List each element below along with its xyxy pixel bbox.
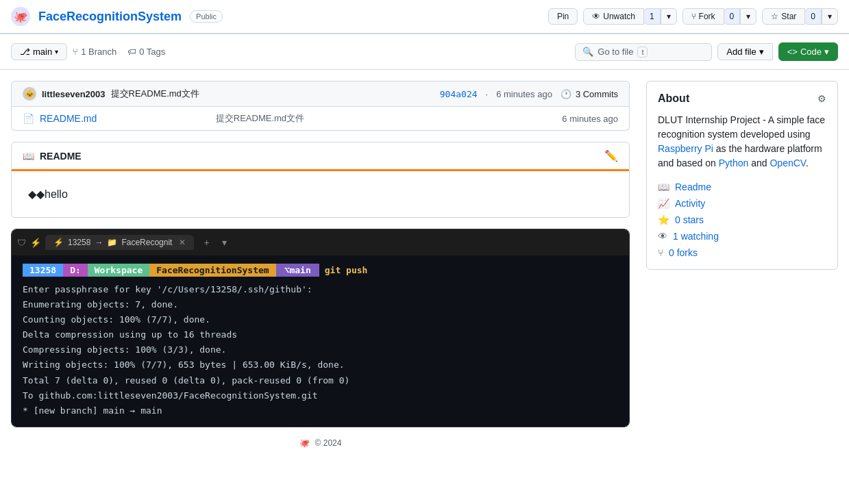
- stars-link[interactable]: ⭐ 0 stars: [658, 214, 826, 225]
- activity-link-label: Activity: [675, 198, 705, 209]
- terminal-shield-icon: 🛡: [17, 238, 26, 248]
- fork-split[interactable]: ▾: [740, 8, 756, 25]
- eye-icon: 👁: [592, 12, 600, 21]
- about-header: About ⚙: [658, 92, 826, 105]
- forks-link[interactable]: ⑂ 0 forks: [658, 247, 826, 258]
- forks-icon: ⑂: [658, 247, 663, 258]
- file-row: 📄 README.md 提交README.md文件 6 minutes ago: [12, 107, 629, 130]
- output-line-0: Enter passphrase for key '/c/Users/13258…: [23, 282, 618, 297]
- readme-section: 📖 README ✏️ ◆◆hello: [11, 142, 630, 218]
- terminal-body: 13258 D: Workspace FaceRecognitionSystem…: [12, 255, 629, 427]
- about-section: About ⚙ DLUT Internship Project - A simp…: [646, 81, 838, 270]
- commit-bar: 🐱 littleseven2003 提交README.md文件 904a024 …: [11, 81, 630, 107]
- star-count[interactable]: 0: [804, 8, 822, 25]
- terminal-folder-name: FaceRecognit: [121, 238, 172, 247]
- output-line-6: Total 7 (delta 0), reused 0 (delta 0), p…: [23, 373, 618, 388]
- unwatch-split[interactable]: ▾: [661, 8, 677, 25]
- chevron-down-icon: ▾: [824, 47, 829, 57]
- commits-link[interactable]: 🕐 3 Commits: [561, 89, 618, 99]
- search-shortcut: t: [637, 47, 648, 58]
- terminal-output: Enter passphrase for key '/c/Users/13258…: [23, 282, 618, 418]
- unwatch-group: 👁 Unwatch 1 ▾: [583, 8, 676, 25]
- add-file-group: Add file ▾: [717, 43, 772, 60]
- add-file-button[interactable]: Add file ▾: [717, 43, 772, 60]
- sidebar: About ⚙ DLUT Internship Project - A simp…: [646, 81, 838, 270]
- tags-link[interactable]: 🏷 0 Tags: [127, 47, 165, 57]
- star-icon: ☆: [771, 12, 778, 21]
- stars-count: 0 stars: [675, 214, 704, 225]
- book-icon: 📖: [23, 151, 34, 162]
- terminal-close-icon[interactable]: ✕: [179, 238, 186, 247]
- readme-link[interactable]: 📖 Readme: [658, 181, 826, 192]
- output-line-1: Enumerating objects: 7, done.: [23, 297, 618, 312]
- output-line-8: * [new branch] main → main: [23, 403, 618, 418]
- watching-count: 1 watching: [673, 231, 719, 242]
- file-list: 📄 README.md 提交README.md文件 6 minutes ago: [11, 107, 630, 131]
- pin-button[interactable]: Pin: [548, 8, 578, 25]
- file-time: 6 minutes ago: [562, 114, 618, 124]
- fork-group: ⑂ Fork 0 ▾: [682, 8, 757, 25]
- visibility-badge: Public: [190, 10, 223, 23]
- tag-icon: 🏷: [127, 47, 136, 57]
- unwatch-button[interactable]: 👁 Unwatch: [583, 8, 644, 25]
- branch-selector[interactable]: ⎇ main ▾: [11, 43, 67, 60]
- search-icon: 🔍: [582, 47, 593, 57]
- prompt-number: 13258: [23, 264, 63, 277]
- forks-count: 0 forks: [669, 247, 698, 258]
- repo-name[interactable]: FaceRecognitionSystem: [38, 10, 182, 24]
- branches-link[interactable]: ⑂ 1 Branch: [73, 47, 116, 57]
- author-avatar: 🐱: [23, 87, 36, 101]
- code-button-group: <> Code ▾: [778, 42, 838, 61]
- star-split[interactable]: ▾: [822, 8, 838, 25]
- meta-info: ⑂ 1 Branch 🏷 0 Tags: [73, 47, 165, 57]
- file-name[interactable]: README.md: [40, 113, 210, 124]
- star-button[interactable]: ☆ Star: [762, 8, 805, 25]
- repo-toolbar: ⎇ main ▾ ⑂ 1 Branch 🏷 0 Tags 🔍 Go to fil…: [0, 34, 849, 70]
- readme-body: ◆◆hello: [12, 171, 629, 217]
- terminal-tab[interactable]: ⚡ 13258 → 📁 FaceRecognit ✕: [45, 235, 194, 250]
- edit-readme-button[interactable]: ✏️: [604, 149, 618, 162]
- terminal-titlebar: 🛡 ⚡ ⚡ 13258 → 📁 FaceRecognit ✕ + ▾: [12, 229, 629, 255]
- prompt-workspace: Workspace: [88, 264, 149, 277]
- fork-count[interactable]: 0: [724, 8, 741, 25]
- commit-bar-left: 🐱 littleseven2003 提交README.md文件: [23, 87, 199, 101]
- prompt-branch: ⌥main: [276, 264, 319, 277]
- code-button[interactable]: <> Code ▾: [778, 42, 838, 61]
- prompt-project: FaceRecognitionSystem: [149, 264, 275, 277]
- branch-count-icon: ⑂: [73, 47, 78, 57]
- search-area: 🔍 Go to file t Add file ▾ <> Code ▾: [575, 42, 838, 61]
- watching-icon: 👁: [658, 231, 667, 242]
- activity-link[interactable]: 📈 Activity: [658, 198, 826, 209]
- copyright: © 2024: [315, 438, 342, 448]
- fork-button[interactable]: ⑂ Fork: [682, 8, 724, 25]
- output-line-7: To github.com:littleseven2003/FaceRecogn…: [23, 388, 618, 403]
- watching-link[interactable]: 👁 1 watching: [658, 231, 826, 242]
- about-description: DLUT Internship Project - A simple face …: [658, 113, 826, 171]
- author-name[interactable]: littleseven2003: [42, 89, 106, 99]
- output-line-5: Writing objects: 100% (7/7), 653 bytes |…: [23, 357, 618, 373]
- unwatch-count[interactable]: 1: [643, 8, 661, 25]
- commit-hash[interactable]: 904a024: [440, 89, 478, 99]
- terminal-window: 🛡 ⚡ ⚡ 13258 → 📁 FaceRecognit ✕ + ▾ 13258: [11, 229, 630, 427]
- search-box[interactable]: 🔍 Go to file t: [575, 43, 712, 61]
- header-actions: Pin 👁 Unwatch 1 ▾ ⑂ Fork 0 ▾ ☆ Star: [548, 8, 838, 25]
- terminal-more-icon[interactable]: ▾: [219, 234, 230, 251]
- readme-link-label: Readme: [675, 181, 711, 192]
- history-icon: 🕐: [561, 89, 571, 99]
- prompt-command: git push: [325, 265, 368, 275]
- repo-content: 🐱 littleseven2003 提交README.md文件 904a024 …: [11, 81, 630, 459]
- readme-header: 📖 README ✏️: [12, 142, 629, 171]
- output-line-3: Delta compression using up to 16 threads: [23, 327, 618, 342]
- branch-icon: ⎇: [20, 47, 30, 57]
- star-group: ☆ Star 0 ▾: [762, 8, 838, 25]
- commit-time: 6 minutes ago: [496, 89, 552, 99]
- about-desc-highlight: Raspberry Pi: [658, 143, 713, 154]
- commit-message: 提交README.md文件: [111, 88, 199, 100]
- terminal-add-tab[interactable]: +: [198, 234, 214, 251]
- stars-icon: ⭐: [658, 214, 669, 225]
- terminal-tab-arrow: →: [95, 238, 103, 247]
- gear-icon[interactable]: ⚙: [817, 93, 826, 104]
- book-icon: 📖: [658, 181, 669, 192]
- prompt-d: D:: [63, 264, 88, 277]
- file-commit: 提交README.md文件: [216, 112, 557, 125]
